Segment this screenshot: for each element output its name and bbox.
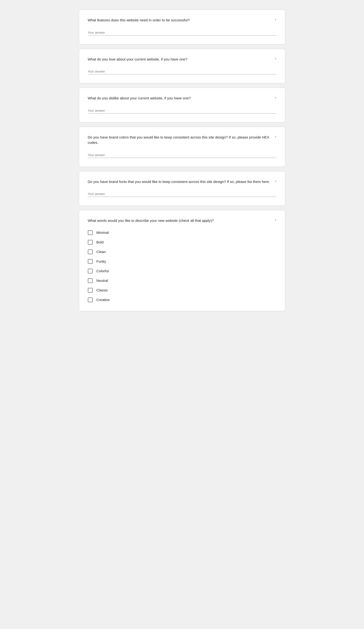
question-label-2: What do you love about your current webs… [88, 57, 276, 62]
checkbox-label-1: Bold [97, 240, 104, 244]
answer-input-3[interactable] [88, 108, 276, 114]
checkbox-label-2: Clean [97, 250, 106, 254]
required-star-1: * [275, 17, 276, 23]
answer-input-4[interactable] [88, 152, 276, 158]
question-label-3: What do you dislike about your current w… [88, 96, 276, 101]
checkbox-label-7: Creative [97, 298, 110, 302]
checkbox-item[interactable]: Bold [88, 240, 276, 245]
checkbox-box-7[interactable] [88, 298, 93, 302]
checkbox-label-3: Funky [97, 259, 106, 263]
checkbox-box-1[interactable] [88, 240, 93, 245]
question-label-4: Do you have brand colors that you would … [88, 135, 276, 146]
checkbox-item[interactable]: Funky [88, 259, 276, 264]
required-star-6: * [275, 218, 276, 223]
checkbox-box-2[interactable] [88, 249, 93, 254]
question-text-6: What words would you like to describe yo… [88, 218, 273, 223]
question-card-6: What words would you like to describe yo… [79, 210, 285, 311]
checkbox-item[interactable]: Colorful [88, 269, 276, 274]
checkbox-label-5: Neutral [97, 279, 108, 283]
question-label-5: Do you have brand fonts that you would l… [88, 179, 276, 185]
checkbox-item[interactable]: Classic [88, 288, 276, 293]
checkbox-label-6: Classic [97, 288, 108, 292]
checkbox-label-0: Minimal [97, 230, 109, 235]
form-container: What features does this website need in … [79, 5, 285, 316]
answer-input-5[interactable] [88, 191, 276, 197]
checkbox-box-4[interactable] [88, 269, 93, 274]
checkbox-list: MinimalBoldCleanFunkyColorfulNeutralClas… [88, 230, 276, 302]
required-star-3: * [275, 96, 276, 101]
question-label-1: What features does this website need in … [88, 17, 276, 23]
required-star-2: * [275, 57, 276, 62]
question-card-2: What do you love about your current webs… [79, 49, 285, 84]
question-card-5: Do you have brand fonts that you would l… [79, 171, 285, 206]
question-card-3: What do you dislike about your current w… [79, 88, 285, 123]
checkbox-item[interactable]: Minimal [88, 230, 276, 235]
checkbox-label-4: Colorful [97, 269, 109, 273]
question-card-1: What features does this website need in … [79, 9, 285, 44]
question-label-6: What words would you like to describe yo… [88, 218, 276, 223]
answer-input-2[interactable] [88, 69, 276, 74]
required-star-4: * [275, 135, 276, 140]
checkbox-box-6[interactable] [88, 288, 93, 293]
question-text-1: What features does this website need in … [88, 17, 273, 23]
checkbox-box-3[interactable] [88, 259, 93, 264]
checkbox-box-0[interactable] [88, 230, 93, 235]
question-text-3: What do you dislike about your current w… [88, 96, 273, 101]
checkbox-item[interactable]: Clean [88, 249, 276, 254]
question-text-5: Do you have brand fonts that you would l… [88, 179, 273, 185]
checkbox-item[interactable]: Creative [88, 298, 276, 302]
question-text-2: What do you love about your current webs… [88, 57, 273, 62]
question-card-4: Do you have brand colors that you would … [79, 127, 285, 167]
answer-input-1[interactable] [88, 30, 276, 35]
question-text-4: Do you have brand colors that you would … [88, 135, 273, 146]
checkbox-item[interactable]: Neutral [88, 278, 276, 283]
checkbox-box-5[interactable] [88, 278, 93, 283]
required-star-5: * [275, 179, 276, 185]
